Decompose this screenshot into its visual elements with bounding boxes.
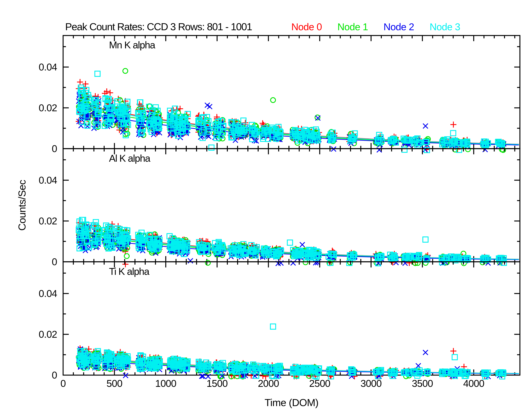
x-tick-label: 4000 <box>463 378 484 389</box>
y-tick-label: 0 <box>52 143 57 154</box>
figure-title: Peak Count Rates: CCD 3 Rows: 801 - 1001 <box>65 21 252 32</box>
x-tick-label: 0 <box>60 378 66 389</box>
y-tick-label: 0.04 <box>39 288 57 299</box>
y-tick-label: 0.02 <box>39 215 57 226</box>
x-tick-label: 1000 <box>155 378 176 389</box>
legend-item-node1: Node 1 <box>337 21 368 32</box>
x-tick-label: 2500 <box>309 378 330 389</box>
x-tick-label: 3500 <box>412 378 433 389</box>
y-tick-label: 0.02 <box>39 102 57 113</box>
plot-panels: 00.020.0400.020.0400.020.040500100015002… <box>39 36 520 389</box>
x-tick-label: 1500 <box>207 378 228 389</box>
x-tick-label: 3000 <box>361 378 382 389</box>
legend-item-node3: Node 3 <box>430 21 460 32</box>
y-axis-title: Counts/Sec <box>16 180 28 231</box>
y-tick-label: 0.02 <box>39 329 57 340</box>
y-tick-label: 0 <box>52 370 57 381</box>
legend-item-node0: Node 0 <box>291 21 322 32</box>
panel-label-mn-k-alpha: Mn K alpha <box>109 39 155 50</box>
x-tick-label: 500 <box>106 378 123 389</box>
panel-mn-k-alpha: 00.020.04 <box>39 36 520 154</box>
x-tick-label: 2000 <box>258 378 279 389</box>
legend-item-node2: Node 2 <box>383 21 414 32</box>
panel-al-k-alpha: 00.020.04 <box>39 149 520 267</box>
panel-label-ti-k-alpha: Ti K alpha <box>109 266 149 277</box>
y-tick-label: 0 <box>52 256 57 267</box>
x-axis-title: Time (DOM) <box>265 397 319 408</box>
panel-frame <box>63 262 520 375</box>
panel-ti-k-alpha: 00.020.04 <box>39 262 520 381</box>
peak-count-rates-figure: Peak Count Rates: CCD 3 Rows: 801 - 1001… <box>0 0 532 411</box>
panel-frame <box>63 149 520 262</box>
y-tick-label: 0.04 <box>39 62 57 73</box>
panel-ticks <box>63 262 520 375</box>
y-tick-label: 0.04 <box>39 175 57 186</box>
panel-ticks <box>63 149 520 262</box>
panel-label-al-k-alpha: Al K alpha <box>109 153 150 164</box>
